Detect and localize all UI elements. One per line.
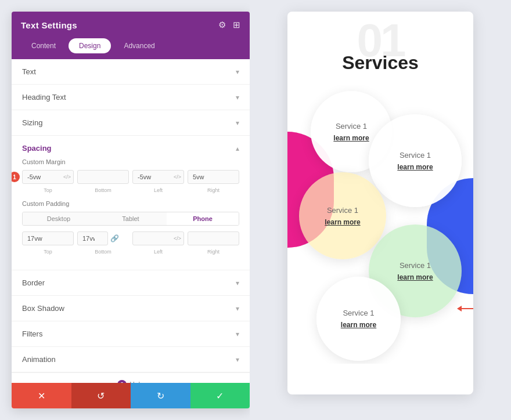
margin-grid: </> </>	[22, 170, 239, 184]
tab-bar: Content Design Advanced	[12, 38, 250, 59]
section-sizing-label: Sizing	[22, 118, 42, 127]
margin-right-wrap	[188, 170, 239, 184]
services-title: Services	[299, 52, 462, 74]
padding-bottom-input[interactable]	[77, 231, 108, 245]
arrow-line	[462, 308, 473, 309]
chevron-icon-border: ▾	[236, 279, 239, 287]
custom-padding-label: Custom Padding	[22, 200, 239, 207]
section-text[interactable]: Text ▾	[12, 59, 250, 85]
circles-area: Service 1 learn more Service 1 learn mor…	[287, 85, 473, 364]
panel-title: Text Settings	[21, 20, 77, 30]
section-heading-label: Heading Text	[22, 93, 66, 102]
service-3-title: Service 1	[327, 206, 358, 215]
margin-right-label: Right	[188, 187, 239, 193]
section-text-label: Text	[22, 67, 36, 76]
service-circle-5: Service 1 learn more	[316, 277, 401, 361]
section-heading-text[interactable]: Heading Text ▾	[12, 85, 250, 110]
margin-top-wrap: </>	[22, 170, 74, 184]
panel-header: Text Settings ⚙ ⊞	[12, 12, 250, 38]
padding-top-input[interactable]	[22, 231, 74, 245]
spacing-label: Spacing	[22, 144, 52, 153]
action-bar: ✕ ↺ ↻ ✓	[12, 383, 250, 408]
section-filters-label: Filters	[22, 330, 42, 338]
expand-icon[interactable]: ⊞	[233, 20, 240, 30]
chevron-icon-text: ▾	[236, 68, 239, 76]
device-tab-desktop[interactable]: Desktop	[23, 212, 95, 225]
service-1-title: Service 1	[336, 122, 367, 131]
margin-row: 1 </> </>	[22, 170, 239, 184]
chevron-icon-heading: ▾	[236, 93, 239, 102]
responsive-icon-1: </>	[63, 174, 71, 180]
section-box-shadow-label: Box Shadow	[22, 304, 64, 313]
responsive-icon-3: </>	[174, 236, 181, 241]
margin-bottom-wrap	[77, 170, 129, 184]
padding-top-wrap	[22, 231, 74, 245]
section-animation[interactable]: Animation ▾	[12, 347, 250, 372]
save-button[interactable]: ✓	[190, 383, 250, 408]
service-2-title: Service 1	[400, 151, 431, 160]
panel-footer: ? Help	[12, 372, 250, 383]
service-5-link[interactable]: learn more	[341, 321, 376, 329]
section-border[interactable]: Border ▾	[12, 270, 250, 296]
service-3-link[interactable]: learn more	[325, 218, 360, 226]
section-sizing[interactable]: Sizing ▾	[12, 110, 250, 136]
chevron-icon-filters: ▾	[236, 330, 239, 338]
preview-phone: 01 Services Service 1 learn more Service…	[287, 12, 473, 394]
service-circle-3: Service 1 learn more	[299, 172, 386, 259]
margin-bottom-input[interactable]	[77, 170, 129, 184]
settings-icon[interactable]: ⚙	[218, 20, 226, 30]
spacing-body: Custom Margin 1 </> </>	[12, 158, 250, 270]
section-filters[interactable]: Filters ▾	[12, 321, 250, 347]
padding-field-labels: Top Bottom Left Right	[22, 249, 239, 255]
device-tab-phone[interactable]: Phone	[167, 212, 239, 225]
service-2-link[interactable]: learn more	[397, 163, 433, 171]
padding-right-wrap	[188, 231, 239, 245]
section-border-label: Border	[22, 278, 45, 287]
spacing-header[interactable]: Spacing ▴	[12, 136, 250, 158]
device-tab-tablet[interactable]: Tablet	[95, 212, 167, 225]
settings-panel: Text Settings ⚙ ⊞ Content Design Advance…	[12, 12, 250, 408]
margin-field-labels: Top Bottom Left Right	[22, 187, 239, 193]
service-circle-2: Service 1 learn more	[369, 114, 462, 207]
section-box-shadow[interactable]: Box Shadow ▾	[12, 296, 250, 321]
margin-top-label: Top	[22, 187, 74, 193]
padding-bottom-label: Bottom	[77, 249, 129, 255]
chevron-up-icon: ▴	[236, 144, 239, 153]
padding-bottom-wrap: 🔗	[77, 231, 129, 245]
cancel-button[interactable]: ✕	[12, 383, 71, 408]
panel-body: Text ▾ Heading Text ▾ Sizing ▾ Spacing ▴…	[12, 59, 250, 383]
padding-top-label: Top	[22, 249, 74, 255]
undo-button[interactable]: ↺	[71, 383, 131, 408]
service-5-title: Service 1	[343, 309, 374, 317]
padding-left-label: Left	[132, 249, 184, 255]
chevron-icon-animation: ▾	[236, 356, 239, 364]
tab-design[interactable]: Design	[69, 38, 111, 53]
header-icons: ⚙ ⊞	[218, 20, 240, 30]
section-animation-label: Animation	[22, 355, 56, 364]
arrow-indicator	[457, 306, 473, 312]
margin-bottom-label: Bottom	[77, 187, 129, 193]
spacing-section: Spacing ▴ Custom Margin 1 </>	[12, 136, 250, 270]
responsive-icon-2: </>	[174, 174, 181, 180]
margin-left-label: Left	[132, 187, 184, 193]
custom-margin-label: Custom Margin	[22, 158, 239, 165]
padding-right-label: Right	[188, 249, 239, 255]
preview-header: 01 Services	[287, 12, 473, 85]
preview-area: 01 Services Service 1 learn more Service…	[250, 0, 511, 420]
service-4-title: Service 1	[400, 261, 431, 270]
redo-button[interactable]: ↻	[131, 383, 190, 408]
margin-right-input[interactable]	[188, 170, 239, 184]
device-tabs: Desktop Tablet Phone	[22, 212, 239, 226]
tab-advanced[interactable]: Advanced	[113, 38, 165, 53]
step-badge: 1	[12, 172, 20, 182]
padding-left-wrap: </>	[132, 231, 184, 245]
chevron-icon-box-shadow: ▾	[236, 305, 239, 313]
tab-content[interactable]: Content	[21, 38, 66, 53]
padding-right-input[interactable]	[188, 231, 239, 245]
service-1-link[interactable]: learn more	[333, 134, 369, 142]
link-icon[interactable]: 🔗	[110, 234, 119, 242]
arrow-head	[457, 306, 462, 312]
padding-grid: 🔗 </>	[22, 231, 239, 245]
service-4-link[interactable]: learn more	[397, 273, 433, 281]
chevron-icon-sizing: ▾	[236, 119, 239, 127]
